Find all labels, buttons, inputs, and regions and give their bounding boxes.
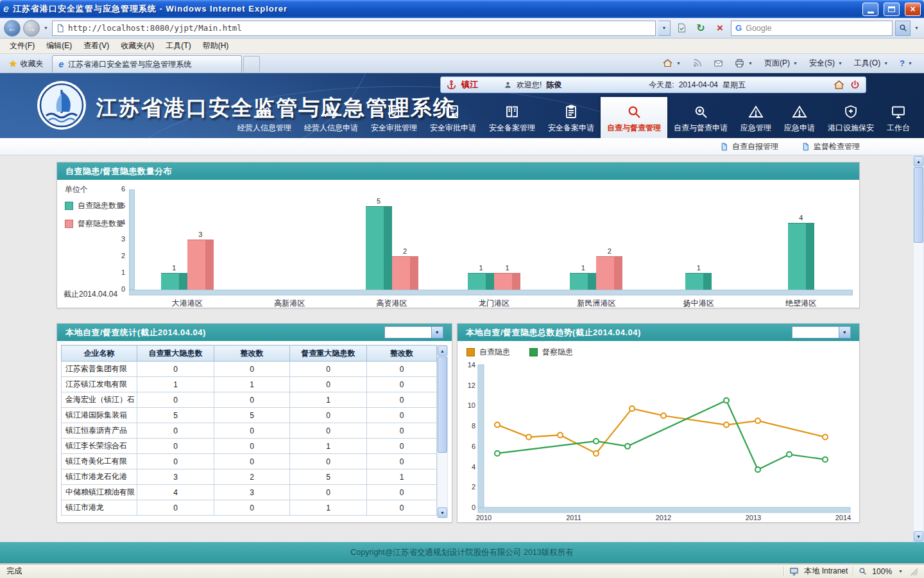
select-value-box[interactable]: [792, 326, 839, 338]
help-menu-button[interactable]: ? ▼: [894, 55, 919, 71]
scroll-up-icon[interactable]: ▲: [438, 346, 447, 356]
data-point[interactable]: [629, 406, 635, 411]
table-row[interactable]: 江苏镇江发电有限1100: [62, 377, 437, 392]
table-row[interactable]: 镇江李长荣综合石0010: [62, 439, 437, 454]
selfcheck-bar[interactable]: 1: [468, 273, 494, 290]
data-point[interactable]: [755, 418, 760, 423]
search-input[interactable]: [746, 24, 888, 33]
url-input[interactable]: [68, 23, 652, 33]
page-menu-button[interactable]: 页面(P) ▼: [759, 55, 804, 71]
back-button[interactable]: ←: [4, 20, 21, 37]
address-dropdown-icon[interactable]: ▼: [658, 21, 671, 36]
print-button[interactable]: ▼: [729, 55, 759, 71]
scroll-down-icon[interactable]: ▼: [438, 507, 447, 518]
nav-operator-info-mgmt[interactable]: 经营人信息管理: [231, 97, 298, 138]
menu-view[interactable]: 查看(V): [78, 39, 115, 53]
menu-favorites[interactable]: 收藏夹(A): [115, 39, 160, 53]
select-value-box[interactable]: [384, 326, 432, 338]
home-shortcut-icon[interactable]: [833, 79, 845, 91]
resize-grip[interactable]: [909, 567, 918, 575]
data-point[interactable]: [823, 457, 828, 462]
data-point[interactable]: [823, 435, 828, 440]
data-point[interactable]: [526, 435, 531, 440]
nav-safety-record-apply[interactable]: 安全备案申请: [542, 97, 601, 138]
zoom-level[interactable]: 100%: [872, 567, 892, 576]
tools-menu-button[interactable]: 工具(O) ▼: [849, 55, 894, 71]
safety-menu-button[interactable]: 安全(S) ▼: [804, 55, 849, 71]
nav-safety-approval-apply[interactable]: 安全审批申请: [424, 97, 483, 138]
browser-tab[interactable]: e 江苏省港口安全监管与应急管理系统: [52, 55, 242, 73]
close-button[interactable]: ×: [905, 3, 921, 16]
page-scrollbar[interactable]: ▲ ▼: [913, 155, 924, 542]
data-point[interactable]: [787, 452, 792, 457]
submenu-supervision-check-mgmt[interactable]: 监督检查管理: [801, 141, 860, 152]
nav-selfcheck-supervision-mgmt[interactable]: 自查与督查管理: [601, 97, 667, 138]
table-row[interactable]: 金海宏业（镇江）石0010: [62, 392, 437, 408]
table-row[interactable]: 镇江恒泰沥青产品0000: [62, 423, 437, 439]
maximize-button[interactable]: [884, 3, 900, 16]
history-dropdown-icon[interactable]: ▼: [42, 26, 49, 30]
forward-button[interactable]: →: [23, 20, 40, 37]
nav-emergency-mgmt[interactable]: 应急管理: [734, 97, 778, 138]
table-row[interactable]: 中储粮镇江粮油有限4300: [62, 485, 437, 500]
submenu-self-report-mgmt[interactable]: 自查自报管理: [720, 141, 778, 152]
trend-filter-select[interactable]: ▼: [792, 326, 851, 338]
zoom-dropdown-icon[interactable]: ▼: [897, 569, 904, 574]
selfcheck-bar[interactable]: 4: [788, 223, 814, 290]
chevron-down-icon[interactable]: ▼: [839, 326, 851, 338]
nav-safety-approval-mgmt[interactable]: 安全审批管理: [364, 97, 424, 138]
nav-operator-info-apply[interactable]: 经营人信息申请: [298, 97, 364, 138]
chevron-down-icon[interactable]: ▼: [432, 326, 443, 338]
stop-button[interactable]: ×: [712, 20, 728, 37]
selfcheck-bar[interactable]: 1: [161, 273, 187, 290]
menu-tools[interactable]: 工具(T): [160, 39, 196, 53]
print-dropdown-icon[interactable]: ▼: [747, 61, 754, 66]
data-point[interactable]: [724, 423, 729, 428]
supervise-bar[interactable]: 2: [392, 256, 418, 290]
search-options-dropdown-icon[interactable]: ▼: [913, 26, 920, 30]
table-row[interactable]: 镇江市港龙石化港3251: [62, 469, 437, 485]
menu-help[interactable]: 帮助(H): [197, 39, 235, 53]
table-row[interactable]: 镇江奇美化工有限0000: [62, 454, 437, 469]
minimize-button[interactable]: [862, 3, 878, 16]
data-point[interactable]: [625, 444, 630, 449]
supervise-bar[interactable]: 3: [187, 240, 214, 290]
menu-edit[interactable]: 编辑(E): [40, 39, 78, 53]
selfcheck-bar[interactable]: 5: [366, 206, 392, 290]
logout-icon[interactable]: [850, 80, 860, 91]
table-scrollbar[interactable]: ▲ ▼: [437, 345, 448, 518]
scrollbar-thumb[interactable]: [914, 167, 923, 243]
scrollbar-thumb[interactable]: [438, 356, 447, 453]
zoom-icon[interactable]: [859, 567, 867, 575]
search-button[interactable]: [895, 21, 911, 36]
selfcheck-bar[interactable]: 1: [570, 273, 596, 290]
nav-emergency-apply[interactable]: 应急申请: [778, 97, 821, 138]
menu-file[interactable]: 文件(F): [4, 39, 40, 53]
compatibility-view-button[interactable]: [673, 20, 690, 37]
nav-selfcheck-supervision-apply[interactable]: 自查与督查申请: [667, 97, 734, 138]
data-point[interactable]: [558, 432, 563, 437]
read-mail-button[interactable]: [708, 55, 729, 71]
data-point[interactable]: [594, 451, 599, 456]
new-tab-button[interactable]: [243, 56, 260, 73]
selfcheck-bar[interactable]: 1: [685, 273, 712, 290]
data-point[interactable]: [755, 467, 760, 472]
scroll-up-icon[interactable]: ▲: [914, 156, 923, 166]
table-row[interactable]: 镇江港国际集装箱5500: [62, 408, 437, 423]
favorites-button[interactable]: ★ 收藏夹: [3, 56, 50, 71]
table-row[interactable]: 镇江市港龙0010: [62, 500, 437, 516]
stats-filter-select[interactable]: ▼: [384, 326, 443, 338]
refresh-button[interactable]: ↻: [692, 20, 709, 37]
data-point[interactable]: [661, 413, 666, 418]
feeds-button[interactable]: [687, 55, 708, 71]
address-bar[interactable]: [52, 21, 656, 36]
data-point[interactable]: [495, 423, 500, 428]
home-button[interactable]: ▼: [657, 55, 687, 71]
data-point[interactable]: [594, 439, 599, 444]
search-box[interactable]: G: [731, 21, 893, 36]
data-point[interactable]: [724, 398, 729, 403]
supervise-bar[interactable]: 1: [494, 273, 520, 290]
scroll-down-icon[interactable]: ▼: [914, 531, 923, 541]
nav-port-facility-security[interactable]: 港口设施保安: [821, 97, 880, 138]
table-row[interactable]: 江苏索普集团有限0000: [62, 362, 437, 377]
